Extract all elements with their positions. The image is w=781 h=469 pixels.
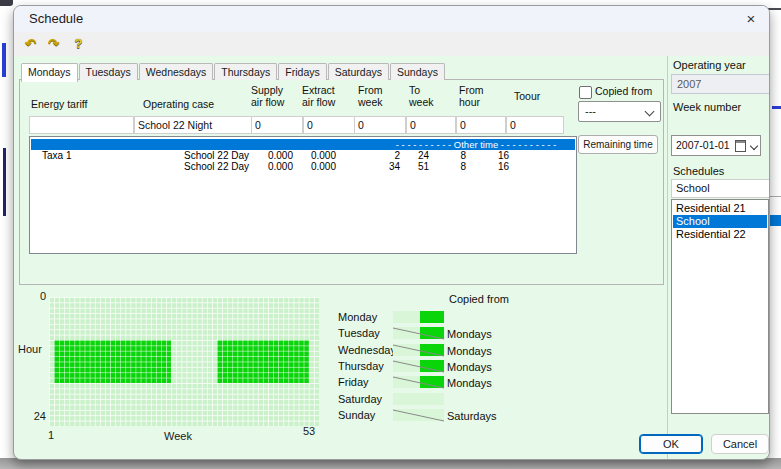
tab-wednesdays[interactable]: Wednesdays <box>139 63 214 80</box>
tab-mondays[interactable]: Mondays <box>21 63 78 82</box>
tab-thursdays[interactable]: Thursdays <box>214 63 277 80</box>
tab-saturdays[interactable]: Saturdays <box>328 63 389 80</box>
undo-icon[interactable]: ↶ <box>22 35 39 52</box>
parent-selected-row-fragment <box>770 215 781 226</box>
day-label-thursday: Thursday <box>338 360 384 372</box>
title-bar: Schedule × <box>14 6 769 32</box>
day-tabs: Mondays Tuesdays Wednesdays Thursdays Fr… <box>21 63 446 80</box>
week-axis-end-tick: 53 <box>303 425 315 437</box>
hour-axis-top-tick: 0 <box>36 290 46 302</box>
screen: Schedule × ↶ ↷ ? Mondays Tuesdays Wednes… <box>0 0 781 469</box>
active-block-weeks-34-51 <box>217 340 309 383</box>
close-icon[interactable]: × <box>741 9 761 29</box>
tab-tuesdays[interactable]: Tuesdays <box>79 63 138 80</box>
redo-icon[interactable]: ↷ <box>45 35 62 52</box>
list-item-selected[interactable]: School <box>673 215 767 228</box>
parent-blue-bar <box>2 43 6 77</box>
active-block-weeks-2-24 <box>54 340 171 383</box>
schedule-name-input[interactable]: School <box>671 179 770 198</box>
hour-axis-bottom-tick: 24 <box>26 410 46 422</box>
day-label-tuesday: Tuesday <box>338 327 380 339</box>
tab-page-panel <box>19 79 664 285</box>
chevron-down-icon[interactable] <box>750 142 758 150</box>
parent-window-fragment <box>0 0 13 6</box>
parent-dark-bar <box>3 148 6 216</box>
schedules-listbox[interactable]: Residential 21 School Residential 22 <box>671 199 769 414</box>
week-date-picker[interactable]: 2007-01-01 <box>671 135 761 156</box>
day-label-saturday: Saturday <box>338 393 382 405</box>
date-value: 2007-01-01 <box>676 136 730 155</box>
ok-button[interactable]: OK <box>639 434 703 454</box>
calendar-icon <box>735 140 746 152</box>
operating-year-label: Operating year <box>673 59 746 71</box>
week-number-label: Week number <box>673 101 741 113</box>
parent-blue-line <box>772 106 781 109</box>
list-item[interactable]: Residential 22 <box>673 228 767 241</box>
day-label-friday: Friday <box>338 376 369 388</box>
list-item[interactable]: Residential 21 <box>673 202 767 215</box>
schedules-label: Schedules <box>673 165 724 177</box>
copy-pointer-lines <box>384 304 464 429</box>
week-hour-schedule-grid[interactable] <box>49 297 319 426</box>
day-label-monday: Monday <box>338 311 377 323</box>
week-axis-start-tick: 1 <box>48 429 54 441</box>
tab-fridays[interactable]: Fridays <box>278 63 326 80</box>
hour-axis-label: Hour <box>18 343 42 355</box>
help-icon[interactable]: ? <box>70 35 87 52</box>
day-label-sunday: Sunday <box>338 409 375 421</box>
cancel-button[interactable]: Cancel <box>711 434 769 454</box>
toolbar: ↶ ↷ ? <box>14 32 769 56</box>
panel-divider <box>667 56 668 459</box>
dialog-title: Schedule <box>29 11 83 26</box>
week-axis-label: Week <box>164 430 192 442</box>
tab-sundays[interactable]: Sundays <box>390 63 445 80</box>
operating-year-field: 2007 <box>671 74 770 94</box>
schedule-dialog: Schedule × ↶ ↷ ? Mondays Tuesdays Wednes… <box>13 5 770 460</box>
parent-list-fragment <box>770 196 781 327</box>
